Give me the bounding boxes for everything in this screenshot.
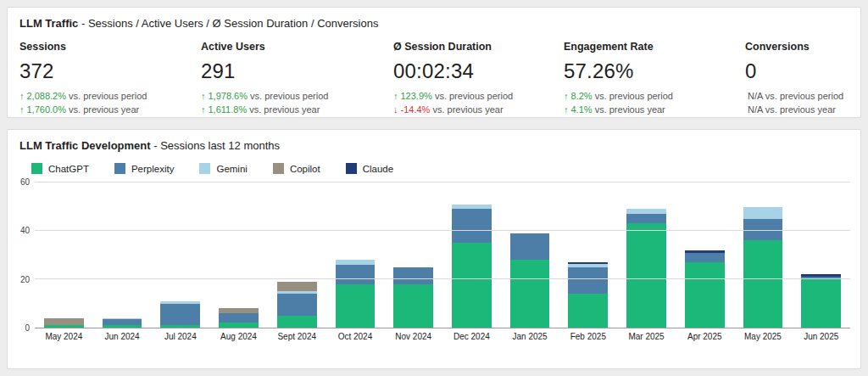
legend-item-gemini[interactable]: Gemini bbox=[199, 163, 247, 174]
bar-segment-perplexity[interactable] bbox=[626, 214, 666, 223]
bar-segment-perplexity[interactable] bbox=[685, 253, 725, 262]
bar-segment-gemini[interactable] bbox=[743, 207, 783, 219]
kpi-card: LLM Traffic - Sessions / Active Users / … bbox=[7, 7, 861, 118]
bar-apr-2025[interactable] bbox=[685, 182, 725, 328]
legend-item-claude[interactable]: Claude bbox=[346, 163, 393, 174]
y-tick-label: 0 bbox=[25, 323, 30, 333]
legend-item-chatgpt[interactable]: ChatGPT bbox=[31, 163, 89, 174]
bar-segment-copilot[interactable] bbox=[44, 318, 84, 326]
bar-segment-perplexity[interactable] bbox=[103, 319, 142, 325]
x-tick-label: Nov 2024 bbox=[384, 332, 442, 341]
bar-segment-perplexity[interactable] bbox=[393, 267, 433, 284]
bar-segment-copilot[interactable] bbox=[277, 282, 317, 291]
bar-segment-perplexity[interactable] bbox=[452, 209, 492, 243]
bar-may-2025[interactable] bbox=[743, 182, 783, 328]
bar-slot bbox=[501, 182, 559, 328]
bar-segment-perplexity[interactable] bbox=[336, 265, 376, 284]
bar-segment-chatgpt[interactable] bbox=[219, 323, 259, 328]
bar-segment-chatgpt[interactable] bbox=[685, 262, 725, 328]
kpi-delta-suffix: vs. previous period bbox=[250, 91, 328, 101]
kpi-label: Sessions bbox=[19, 41, 201, 53]
bar-segment-chatgpt[interactable] bbox=[393, 284, 433, 328]
bar-segment-chatgpt[interactable] bbox=[743, 240, 783, 328]
y-tick-label: 60 bbox=[20, 177, 30, 187]
bar-segment-perplexity[interactable] bbox=[277, 294, 317, 316]
legend-swatch bbox=[31, 163, 42, 174]
kpi-card-header: LLM Traffic - Sessions / Active Users / … bbox=[8, 8, 860, 36]
bar-jan-2025[interactable] bbox=[510, 182, 550, 328]
x-tick-label: May 2025 bbox=[734, 332, 793, 341]
kpi-value: 57.26% bbox=[564, 59, 745, 83]
bar-segment-chatgpt[interactable] bbox=[801, 279, 841, 328]
kpi-delta-pct: 123.9% bbox=[401, 91, 432, 101]
bar-slot bbox=[559, 182, 617, 328]
bar-jun-2025[interactable] bbox=[801, 182, 841, 328]
kpi-delta-pct: 8.2% bbox=[571, 91, 593, 101]
bar-dec-2024[interactable] bbox=[452, 182, 492, 328]
legend-item-perplexity[interactable]: Perplexity bbox=[114, 163, 175, 174]
bar-jun-2024[interactable] bbox=[103, 182, 142, 328]
kpi-delta-pct: 1,978.6% bbox=[209, 91, 248, 101]
bar-sept-2024[interactable] bbox=[277, 182, 317, 328]
bar-segment-chatgpt[interactable] bbox=[336, 284, 376, 328]
kpi-delta-year: ↑1,611.8% vs. previous year bbox=[201, 103, 393, 116]
kpi-delta-year: ↑1,760.0% vs. previous year bbox=[19, 103, 201, 116]
bar-slot bbox=[734, 182, 793, 328]
chart-yaxis: 0204060 bbox=[13, 182, 35, 328]
kpi-active-users: Active Users 291 ↑1,978.6% vs. previous … bbox=[201, 36, 393, 116]
bar-segment-chatgpt[interactable] bbox=[277, 316, 317, 328]
x-tick-label: Jan 2025 bbox=[501, 332, 559, 341]
bar-may-2024[interactable] bbox=[44, 182, 84, 328]
kpi-delta-suffix: vs. previous year bbox=[432, 104, 503, 115]
legend-label: Copilot bbox=[290, 164, 320, 174]
chart-card-subtitle: - Sessions last 12 months bbox=[153, 139, 280, 152]
trend-arrow-icon: ↑ bbox=[393, 91, 398, 101]
kpi-delta-pct: 4.1% bbox=[571, 104, 593, 115]
kpi-delta-period: N/A vs. previous period bbox=[745, 89, 849, 103]
chart-card-header: LLM Traffic Development - Sessions last … bbox=[8, 130, 860, 158]
kpi-delta-suffix: vs. previous year bbox=[595, 104, 665, 115]
bar-feb-2025[interactable] bbox=[568, 182, 608, 328]
kpi-delta-period: ↑1,978.6% vs. previous period bbox=[201, 89, 393, 103]
kpi-delta-pct: 1,760.0% bbox=[27, 104, 66, 115]
kpi-label: Conversions bbox=[745, 41, 849, 53]
x-tick-label: May 2024 bbox=[35, 332, 93, 341]
bar-segment-perplexity[interactable] bbox=[219, 313, 259, 323]
bar-slot bbox=[442, 182, 501, 328]
trend-arrow-icon: ↑ bbox=[19, 104, 25, 115]
kpi-delta-suffix: vs. previous period bbox=[69, 91, 147, 101]
bar-segment-perplexity[interactable] bbox=[568, 267, 608, 294]
bar-segment-chatgpt[interactable] bbox=[510, 260, 550, 328]
chart-card-title: LLM Traffic Development bbox=[19, 139, 151, 152]
legend-swatch bbox=[273, 163, 284, 174]
bar-segment-chatgpt[interactable] bbox=[160, 325, 200, 328]
bar-segment-chatgpt[interactable] bbox=[626, 223, 666, 328]
gridline bbox=[35, 278, 850, 279]
bar-segment-chatgpt[interactable] bbox=[452, 243, 492, 328]
bar-oct-2024[interactable] bbox=[336, 182, 376, 328]
x-tick-label: Aug 2024 bbox=[209, 332, 268, 341]
kpi-conversions: Conversions 0 N/A vs. previous period N/… bbox=[745, 36, 849, 116]
bar-nov-2024[interactable] bbox=[393, 182, 433, 328]
bar-aug-2024[interactable] bbox=[219, 182, 259, 328]
x-tick-label: Sept 2024 bbox=[268, 332, 326, 341]
bar-segment-perplexity[interactable] bbox=[510, 233, 550, 260]
y-tick-label: 20 bbox=[20, 275, 30, 284]
bar-segment-chatgpt[interactable] bbox=[568, 294, 608, 328]
kpi-grid: Sessions 372 ↑2,088.2% vs. previous peri… bbox=[8, 36, 860, 116]
legend-label: Claude bbox=[363, 164, 393, 174]
bar-segment-chatgpt[interactable] bbox=[44, 325, 84, 328]
y-tick-label: 40 bbox=[20, 226, 30, 235]
x-tick-label: Mar 2025 bbox=[617, 332, 676, 341]
bar-segment-perplexity[interactable] bbox=[160, 304, 200, 326]
bar-slot bbox=[35, 182, 93, 328]
bar-jul-2024[interactable] bbox=[160, 182, 200, 328]
bar-segment-chatgpt[interactable] bbox=[103, 325, 142, 328]
kpi-delta-pct: N/A bbox=[748, 104, 763, 115]
chart-bars bbox=[35, 182, 850, 328]
kpi-session-duration: Ø Session Duration 00:02:34 ↑123.9% vs. … bbox=[393, 36, 564, 116]
kpi-label: Engagement Rate bbox=[564, 41, 745, 53]
legend-item-copilot[interactable]: Copilot bbox=[273, 163, 320, 174]
bar-mar-2025[interactable] bbox=[626, 182, 666, 328]
legend-label: Perplexity bbox=[131, 164, 175, 174]
